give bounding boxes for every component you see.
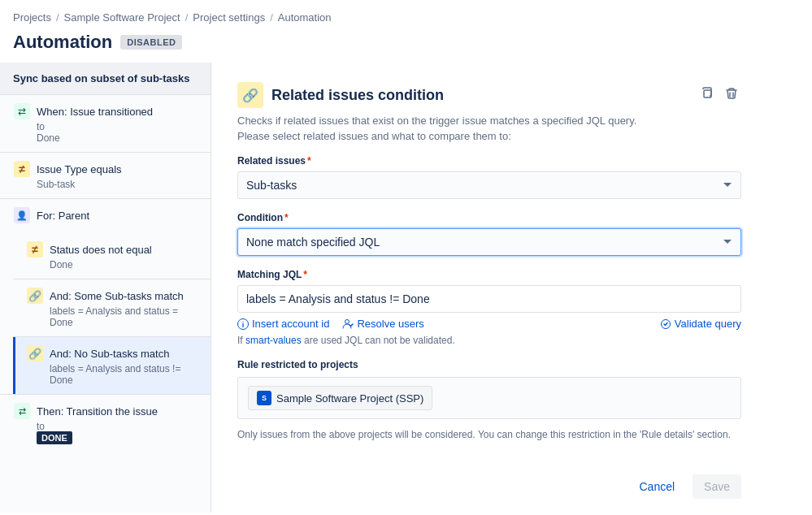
breadcrumb-sep-1: / — [56, 11, 59, 24]
condition3-icon: 🔗 — [27, 288, 43, 304]
condition2-label: Status does not equal — [50, 244, 152, 256]
breadcrumb-sample-project[interactable]: Sample Software Project — [64, 11, 180, 24]
condition-title: Related issues condition — [271, 87, 689, 104]
trigger-label: When: Issue transitioned — [37, 106, 153, 118]
cancel-button[interactable]: Cancel — [627, 474, 686, 499]
sidebar-item-trigger[interactable]: ⇄ When: Issue transitioned toDone — [0, 95, 211, 152]
sidebar-item-for[interactable]: 👤 For: Parent — [0, 199, 211, 233]
copy-button[interactable] — [697, 84, 717, 106]
condition-header: 🔗 Related issues condition — [237, 82, 741, 108]
project-avatar: S — [257, 391, 271, 405]
matching-jql-input[interactable] — [237, 285, 741, 313]
condition-actions — [697, 84, 741, 106]
breadcrumb-sep-3: / — [270, 11, 273, 24]
only-issues-note: Only issues from the above projects will… — [237, 427, 741, 442]
condition1-icon: ≠ — [14, 161, 30, 177]
condition-sub-description: Please select related issues and what to… — [237, 130, 741, 142]
smart-values-note: If smart-values are used JQL can not be … — [237, 335, 741, 346]
related-issues-group: Related issues* Sub-tasks Linked issues … — [237, 155, 741, 199]
status-badge: DISABLED — [120, 35, 182, 50]
condition-label: Condition* — [237, 212, 741, 223]
related-issues-select[interactable]: Sub-tasks Linked issues Parent Child iss… — [237, 171, 741, 199]
for-icon: 👤 — [14, 207, 30, 223]
condition3-label: And: Some Sub-tasks match — [50, 290, 184, 302]
condition-select[interactable]: All match specified JQL Some match speci… — [237, 228, 741, 256]
delete-button[interactable] — [722, 84, 741, 106]
condition-card: 🔗 Related issues condition — [237, 82, 741, 499]
condition2-detail: Done — [50, 259, 199, 270]
condition4-detail: labels = Analysis and status != Done — [50, 363, 199, 386]
condition4-icon: 🔗 — [27, 345, 43, 361]
save-button[interactable]: Save — [693, 474, 741, 499]
trigger-detail: toDone — [37, 121, 199, 144]
content-area: 🔗 Related issues condition — [211, 63, 812, 513]
breadcrumb-projects[interactable]: Projects — [13, 11, 51, 24]
validate-query-link[interactable]: Validate query — [660, 318, 741, 330]
then-detail: to DONE — [37, 421, 199, 444]
condition1-label: Issue Type equals — [37, 163, 122, 175]
sidebar-item-condition1[interactable]: ≠ Issue Type equals Sub-task — [0, 153, 211, 198]
page-title: Automation — [13, 32, 112, 53]
resolve-users-link[interactable]: Resolve users — [342, 318, 423, 330]
breadcrumb-sep-2: / — [185, 11, 189, 24]
condition-icon-box: 🔗 — [237, 82, 263, 108]
condition2-icon: ≠ — [27, 241, 43, 258]
rule-restricted-label: Rule restricted to projects — [237, 359, 741, 370]
sidebar-item-then[interactable]: ⇄ Then: Transition the issue to DONE — [0, 395, 211, 452]
page-header: Automation DISABLED — [0, 28, 812, 63]
related-issues-label: Related issues* — [237, 155, 741, 167]
breadcrumb: Projects / Sample Software Project / Pro… — [0, 0, 812, 28]
sidebar-item-condition4[interactable]: 🔗 And: No Sub-tasks match labels = Analy… — [13, 337, 211, 394]
rule-restricted-group: Rule restricted to projects S Sample Sof… — [237, 359, 741, 442]
insert-account-id-link[interactable]: i Insert account id — [237, 318, 329, 330]
smart-values-link[interactable]: smart-values — [245, 335, 302, 346]
trigger-icon: ⇄ — [14, 103, 30, 119]
condition4-label: And: No Sub-tasks match — [50, 348, 169, 360]
form-footer: Cancel Save — [237, 461, 741, 499]
breadcrumb-automation: Automation — [278, 11, 332, 24]
condition-group: Condition* All match specified JQL Some … — [237, 212, 741, 256]
project-tag-label: Sample Software Project (SSP) — [276, 392, 423, 405]
matching-jql-group: Matching JQL* i Insert account id Resolv… — [237, 269, 741, 346]
project-tag: S Sample Software Project (SSP) — [248, 386, 432, 410]
condition1-detail: Sub-task — [37, 179, 199, 190]
sidebar: Sync based on subset of sub-tasks ⇄ When… — [0, 63, 211, 513]
sidebar-title: Sync based on subset of sub-tasks — [0, 63, 211, 95]
then-icon: ⇄ — [14, 403, 30, 419]
main-layout: Sync based on subset of sub-tasks ⇄ When… — [0, 63, 812, 513]
matching-jql-label: Matching JQL* — [237, 269, 741, 280]
svg-text:i: i — [242, 320, 245, 328]
projects-block: S Sample Software Project (SSP) — [237, 377, 741, 419]
sidebar-item-condition2[interactable]: ≠ Status does not equal Done — [13, 233, 211, 279]
then-label: Then: Transition the issue — [37, 405, 158, 418]
condition3-detail: labels = Analysis and status = Done — [50, 305, 199, 328]
sidebar-item-condition3[interactable]: 🔗 And: Some Sub-tasks match labels = Ana… — [13, 279, 211, 336]
inline-actions: i Insert account id Resolve users Valida… — [237, 318, 741, 330]
svg-point-3 — [345, 319, 350, 323]
condition-description: Checks if related issues that exist on t… — [237, 115, 741, 127]
for-label: For: Parent — [37, 210, 89, 222]
breadcrumb-project-settings[interactable]: Project settings — [193, 11, 265, 24]
